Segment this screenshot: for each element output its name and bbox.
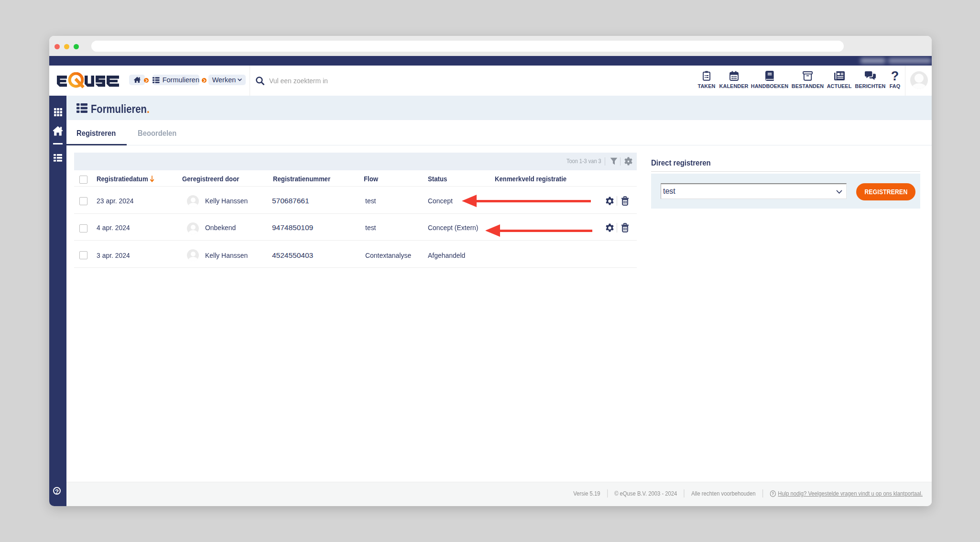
svg-text:?: ? — [772, 491, 774, 496]
